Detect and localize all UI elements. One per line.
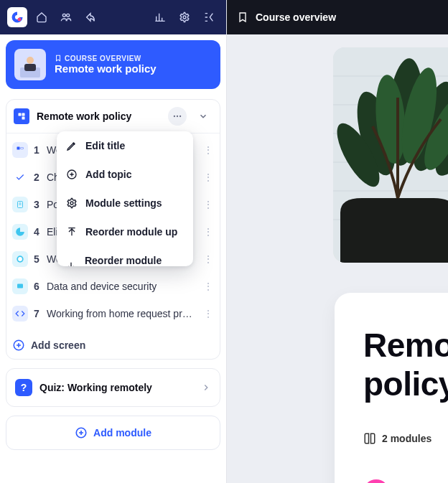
course-title: Remote work policy (55, 62, 157, 75)
context-menu-scroll[interactable]: Edit title Add topic Module settings Reo… (57, 131, 193, 266)
share-button[interactable] (80, 7, 101, 27)
svg-rect-15 (17, 147, 20, 150)
screen-menu-button[interactable]: ⋮ (202, 172, 214, 183)
module-context-menu: Edit title Add topic Module settings Reo… (57, 131, 193, 266)
editor-scroll[interactable]: COURSE OVERVIEW Remote work policy Remot… (0, 34, 226, 483)
trainer-avatar: AD (363, 479, 389, 483)
svg-rect-9 (22, 117, 25, 120)
preview-body: Remote work policy 2 modules AD YOUR TRA… (227, 34, 448, 483)
menu-edit-title[interactable]: Edit title (57, 131, 193, 160)
course-thumbnail (14, 49, 46, 80)
course-sheet: Remote work policy 2 modules AD YOUR TRA… (335, 293, 448, 483)
quiz-card[interactable]: ? Quiz: Working remotely (6, 368, 220, 407)
svg-rect-7 (19, 113, 22, 116)
menu-label: Add topic (85, 169, 132, 180)
svg-point-12 (179, 116, 181, 117)
screen-menu-button[interactable]: ⋮ (202, 144, 214, 156)
screen-type-icon (12, 142, 28, 158)
book-icon (363, 432, 376, 445)
cover-image (333, 47, 448, 263)
settings-button[interactable] (174, 7, 195, 27)
menu-label: Edit title (85, 140, 125, 151)
quiz-title: Quiz: Working remotely (39, 382, 194, 393)
svg-rect-6 (24, 64, 36, 71)
plus-circle-icon (65, 169, 78, 180)
module-title: Remote work policy (37, 111, 161, 122)
screen-number: 4 (34, 226, 41, 238)
add-module-button[interactable]: Add module (6, 416, 220, 450)
screen-number: 7 (34, 308, 41, 319)
add-module-label: Add module (93, 427, 151, 439)
screen-number: 6 (34, 281, 41, 292)
screen-title: Data and device security (47, 281, 197, 292)
module-collapse-toggle[interactable] (194, 107, 213, 126)
module-icon (14, 108, 29, 124)
screen-type-icon (12, 169, 28, 185)
arrow-down-icon (65, 261, 78, 266)
preview-header: Course overview (227, 0, 448, 34)
preview-header-title: Course overview (256, 11, 336, 23)
menu-reorder-down[interactable]: Reorder module down (57, 246, 193, 266)
screen-type-icon (12, 251, 28, 267)
menu-label: Reorder module down (85, 255, 185, 266)
svg-point-3 (183, 16, 186, 19)
screen-menu-button[interactable]: ⋮ (202, 253, 214, 265)
home-button[interactable] (32, 7, 52, 27)
menu-add-topic[interactable]: Add topic (57, 160, 193, 189)
course-eyebrow: COURSE OVERVIEW (55, 55, 157, 62)
svg-point-11 (177, 116, 178, 117)
trainer-row: AD YOUR TRAINER Arinda (363, 479, 448, 483)
screen-title: Working from home request process (47, 308, 197, 319)
screen-type-icon (12, 278, 28, 294)
screen-number: 1 (34, 144, 41, 156)
svg-point-10 (174, 116, 175, 117)
add-screen-label: Add screen (31, 339, 85, 351)
app-logo[interactable] (7, 7, 27, 27)
screen-number: 5 (34, 253, 41, 265)
screen-menu-button[interactable]: ⋮ (202, 226, 214, 238)
screen-row[interactable]: 7Working from home request process⋮ (8, 300, 218, 327)
bookmark-icon (237, 11, 248, 23)
menu-label: Module settings (85, 197, 162, 209)
svg-point-1 (62, 14, 65, 17)
menu-reorder-up[interactable]: Reorder module up (57, 217, 193, 246)
svg-rect-20 (17, 284, 23, 289)
editor-panel: COURSE OVERVIEW Remote work policy Remot… (0, 0, 227, 483)
analytics-button[interactable] (150, 7, 170, 27)
chevron-right-icon (201, 383, 211, 393)
module-menu-button[interactable] (168, 107, 187, 126)
quiz-icon: ? (15, 379, 32, 396)
screen-number: 3 (34, 199, 41, 210)
screen-menu-button[interactable]: ⋮ (202, 199, 214, 210)
svg-rect-8 (22, 113, 25, 116)
preview-panel: Course overview (227, 0, 448, 483)
modules-count-text: 2 modules (382, 433, 431, 444)
svg-rect-16 (21, 148, 24, 149)
screen-number: 2 (34, 172, 41, 183)
svg-point-5 (27, 57, 34, 64)
people-button[interactable] (56, 7, 76, 27)
menu-label: Reorder module up (85, 226, 177, 238)
preview-course-title: Remote work policy (363, 326, 448, 403)
svg-point-14 (70, 202, 73, 205)
modules-count: 2 modules (363, 432, 448, 445)
screen-type-icon (12, 306, 28, 322)
screen-row[interactable]: 6Data and device security⋮ (8, 273, 218, 300)
screen-menu-button[interactable]: ⋮ (202, 308, 214, 319)
topbar (0, 0, 226, 34)
menu-module-settings[interactable]: Module settings (57, 189, 193, 217)
module-header: Remote work policy (6, 100, 220, 133)
screen-type-icon (12, 224, 28, 240)
svg-point-2 (67, 14, 70, 17)
screen-type-icon (12, 197, 28, 212)
add-screen-button[interactable]: Add screen (6, 332, 220, 359)
svg-rect-0 (18, 18, 22, 22)
svg-point-19 (18, 257, 22, 261)
screen-menu-button[interactable]: ⋮ (202, 281, 214, 292)
course-hero[interactable]: COURSE OVERVIEW Remote work policy (6, 40, 220, 89)
collapse-button[interactable] (199, 7, 219, 27)
plus-icon (12, 339, 25, 352)
plus-icon (75, 426, 88, 439)
arrow-up-icon (65, 226, 78, 238)
pencil-icon (65, 140, 78, 151)
